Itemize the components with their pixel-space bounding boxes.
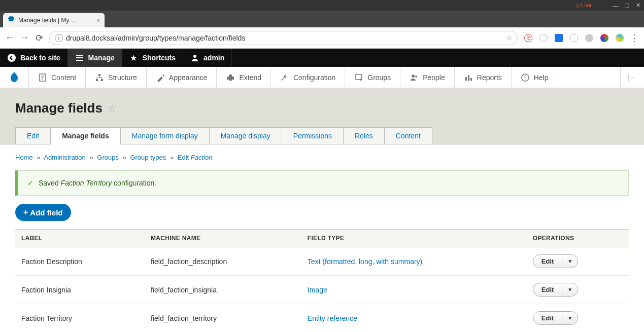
field-type-link[interactable]: Image xyxy=(308,286,327,294)
menu-reports[interactable]: Reports xyxy=(455,67,512,88)
menu-help[interactable]: ?Help xyxy=(512,67,558,88)
close-window-button[interactable]: ✕ xyxy=(634,2,642,10)
status-message: ✓ Saved Faction Territory configuration. xyxy=(15,170,629,196)
breadcrumb-edit[interactable]: Edit Faction xyxy=(178,154,213,161)
add-field-button[interactable]: +Add field xyxy=(15,204,71,221)
dropbutton-toggle[interactable]: ▼ xyxy=(562,255,578,268)
svg-rect-5 xyxy=(101,79,103,81)
tab-roles[interactable]: Roles xyxy=(343,127,385,144)
groups-icon xyxy=(354,73,363,82)
cell-label: Faction Insignia xyxy=(15,276,145,304)
col-operations: OPERATIONS xyxy=(527,230,629,247)
wrench-icon xyxy=(280,73,289,82)
field-type-link[interactable]: Entity reference xyxy=(308,314,357,322)
user-label: admin xyxy=(204,54,224,62)
table-row: Faction Description field_faction_descri… xyxy=(15,247,629,276)
svg-point-1 xyxy=(193,55,196,58)
cell-label: Faction Territory xyxy=(15,304,145,333)
breadcrumb-administration[interactable]: Administration xyxy=(44,154,85,161)
address-bar[interactable]: i drupal8.docksal/admin/group/types/mana… xyxy=(49,31,518,45)
table-row: Faction Territory field_faction_territor… xyxy=(15,304,629,333)
extension-icon[interactable] xyxy=(570,34,578,42)
appearance-icon xyxy=(156,73,165,82)
edit-button[interactable]: Edit xyxy=(533,283,563,296)
svg-point-7 xyxy=(360,79,362,81)
drupal-logo-icon xyxy=(7,70,21,85)
menu-content[interactable]: Content xyxy=(29,67,86,88)
cell-machine-name: field_faction_insignia xyxy=(145,276,301,304)
tab-manage-display[interactable]: Manage display xyxy=(209,127,282,144)
extension-icon[interactable] xyxy=(585,34,593,42)
bookmark-star-icon[interactable]: ☆ xyxy=(506,34,513,42)
url-text: drupal8.docksal/admin/group/types/manage… xyxy=(66,34,245,42)
svg-point-9 xyxy=(415,76,417,78)
menu-groups[interactable]: Groups xyxy=(345,67,400,88)
maximize-button[interactable]: ▢ xyxy=(623,2,631,10)
tab-manage-fields[interactable]: Manage fields xyxy=(50,127,121,144)
dropbutton-toggle[interactable]: ▼ xyxy=(562,283,578,296)
menu-extend[interactable]: Extend xyxy=(217,67,271,88)
help-icon: ? xyxy=(521,73,530,82)
svg-rect-10 xyxy=(465,77,467,81)
extension-icon[interactable] xyxy=(555,34,563,42)
check-icon: ✓ xyxy=(27,179,33,187)
fields-table: LABEL MACHINE NAME FIELD TYPE OPERATIONS… xyxy=(15,229,629,332)
dropbutton-toggle[interactable]: ▼ xyxy=(562,312,578,324)
field-type-link[interactable]: Text (formatted, long, with summary) xyxy=(308,257,422,266)
tab-edit[interactable]: Edit xyxy=(15,127,51,144)
tab-manage-form-display[interactable]: Manage form display xyxy=(120,127,210,144)
back-button[interactable]: ← xyxy=(5,32,14,43)
extension-icon[interactable] xyxy=(539,34,548,42)
forward-button[interactable]: → xyxy=(20,32,29,43)
reload-button[interactable]: ⟳ xyxy=(36,32,43,44)
cell-machine-name: field_faction_description xyxy=(145,247,301,276)
col-label: LABEL xyxy=(15,230,145,247)
status-message-text: Saved Faction Territory configuration. xyxy=(39,179,156,187)
breadcrumb-home[interactable]: Home xyxy=(15,154,33,161)
extension-icon[interactable]: ⊘ xyxy=(524,34,532,42)
os-user: ◇ Lisa xyxy=(575,2,591,9)
page-header-region: Manage fields ☆ Edit Manage fields Manag… xyxy=(0,88,644,144)
hamburger-icon xyxy=(75,53,84,62)
breadcrumb-group-types[interactable]: Group types xyxy=(130,154,166,161)
browser-tab[interactable]: Manage fields | My … × xyxy=(3,13,105,27)
person-icon xyxy=(190,53,199,62)
shortcut-star-icon[interactable]: ☆ xyxy=(108,102,117,115)
extension-icon[interactable] xyxy=(600,34,608,42)
menu-appearance[interactable]: Appearance xyxy=(147,67,217,88)
menu-configuration[interactable]: Configuration xyxy=(271,67,345,88)
drupal-home-button[interactable] xyxy=(0,67,29,88)
os-titlebar: ◇ Lisa — ▢ ✕ xyxy=(0,0,644,11)
col-machine-name: MACHINE NAME xyxy=(145,230,301,247)
minimize-button[interactable]: — xyxy=(612,2,620,10)
svg-rect-12 xyxy=(470,78,472,81)
site-info-icon[interactable]: i xyxy=(55,34,63,42)
content-region: Home » Administration » Groups » Group t… xyxy=(0,144,644,332)
manage-button[interactable]: Manage xyxy=(68,49,122,67)
menu-structure[interactable]: Structure xyxy=(86,67,147,88)
tab-permissions[interactable]: Permissions xyxy=(282,127,344,144)
admin-menu: Content Structure Appearance Extend Conf… xyxy=(0,67,644,88)
browser-menu-icon[interactable]: ⋮ xyxy=(630,32,639,44)
back-to-site-label: Back to site xyxy=(20,54,60,62)
admin-toolbar: Back to site Manage ★ Shortcuts admin xyxy=(0,49,644,67)
content-icon xyxy=(38,73,47,82)
structure-icon xyxy=(95,73,104,82)
edit-button[interactable]: Edit xyxy=(533,255,563,268)
svg-rect-4 xyxy=(96,79,98,81)
user-menu-button[interactable]: admin xyxy=(183,49,232,67)
tab-close-icon[interactable]: × xyxy=(96,16,100,24)
tab-content[interactable]: Content xyxy=(384,127,432,144)
extension-icon[interactable] xyxy=(616,34,624,42)
collapse-toolbar-button[interactable]: |← xyxy=(620,67,644,88)
operations-dropbutton: Edit ▼ xyxy=(533,311,578,325)
menu-people[interactable]: People xyxy=(400,67,455,88)
page-title: Manage fields xyxy=(15,100,103,116)
edit-button[interactable]: Edit xyxy=(533,312,563,324)
shortcuts-button[interactable]: ★ Shortcuts xyxy=(122,49,183,67)
back-to-site-button[interactable]: Back to site xyxy=(0,49,68,67)
browser-tab-strip: Manage fields | My … × xyxy=(0,11,644,27)
breadcrumb-groups[interactable]: Groups xyxy=(97,154,119,161)
manage-label: Manage xyxy=(88,54,115,62)
cell-machine-name: field_faction_territory xyxy=(145,304,301,333)
